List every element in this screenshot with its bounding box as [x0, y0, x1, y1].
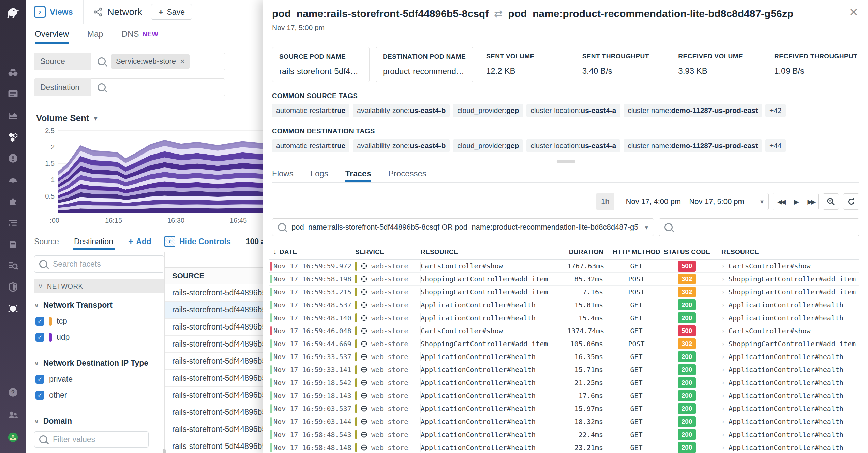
checkbox-checked-icon[interactable]: ✓: [35, 333, 44, 342]
facet-group-network[interactable]: ∨ NETWORK: [34, 279, 164, 293]
facet-section-title[interactable]: ∨Network Transport: [34, 301, 164, 310]
close-icon[interactable]: ×: [847, 4, 860, 20]
trace-row[interactable]: Nov 17 16:59:59.972web-storeCartsControl…: [269, 260, 859, 273]
tag-pill[interactable]: cloud_provider:gcp: [453, 104, 523, 117]
trace-row[interactable]: Nov 17 16:59:48.537web-storeApplicationC…: [269, 298, 859, 311]
trace-resource-link[interactable]: ›ApplicationController#health: [712, 405, 859, 413]
source-table-row[interactable]: rails-storefront-5df44896b5-c4r: [165, 370, 263, 387]
trace-resource-link[interactable]: ›CartsController#show: [712, 327, 859, 335]
source-column-header[interactable]: SOURCE: [165, 268, 263, 284]
col-http-method[interactable]: HTTP METHOD: [611, 248, 662, 256]
facet-section-title[interactable]: ∨Domain: [34, 417, 164, 426]
skip-back-button[interactable]: ◀◀: [773, 193, 788, 210]
source-table-row[interactable]: rails-storefront-5df44896b5-5dl: [165, 421, 263, 438]
tag-pill[interactable]: availability-zone:us-east4-b: [353, 139, 450, 152]
time-range-picker[interactable]: 1h Nov 17, 4:00 pm – Nov 17, 5:00 pm ▾: [596, 193, 769, 210]
volume-sent-chart[interactable]: 0.511.522.5:0016:1516:3016:45: [34, 128, 263, 228]
destination-filter-input[interactable]: [91, 78, 225, 96]
trace-resource-link[interactable]: ›ApplicationController#health: [712, 443, 859, 452]
panel-tab-flows[interactable]: Flows: [272, 165, 294, 182]
tag-pill[interactable]: automatic-restart:true: [272, 104, 349, 117]
refresh-button[interactable]: [843, 193, 859, 210]
trace-resource-link[interactable]: ›ApplicationController#health: [712, 314, 859, 322]
notebooks-icon[interactable]: [6, 237, 20, 251]
tab-overview[interactable]: Overview: [35, 24, 69, 44]
volume-chart-title[interactable]: Volume Sent ▾: [36, 113, 263, 123]
facet-search-input[interactable]: [52, 259, 142, 269]
facet-section-title[interactable]: ∨Network Destination IP Type: [34, 359, 164, 368]
trace-row[interactable]: Nov 17 16:59:33.141web-storeApplicationC…: [269, 363, 859, 376]
trace-resource-link[interactable]: ›ApplicationController#health: [712, 366, 859, 374]
more-tags-pill[interactable]: +44: [765, 139, 786, 152]
trace-row[interactable]: Nov 17 16:59:53.215web-storeShoppingCart…: [269, 286, 859, 298]
tag-pill[interactable]: availability-zone:us-east4-b: [353, 104, 450, 117]
source-table-row[interactable]: rails-storefront-5df44896b5-77x: [165, 336, 263, 353]
trace-row[interactable]: Nov 17 16:59:48.140web-storeApplicationC…: [269, 311, 859, 324]
facet-filter-box[interactable]: [34, 431, 149, 448]
facet-scrollbar[interactable]: [163, 449, 166, 453]
source-table-row[interactable]: rails-storefront-5df44896b5-cdf: [165, 438, 263, 453]
facet-option[interactable]: ✓udp: [35, 333, 164, 342]
tab-dns[interactable]: DNSNEW: [122, 24, 158, 44]
trace-resource-link[interactable]: ›ApplicationController#health: [712, 379, 859, 387]
trace-resource-link[interactable]: ›ApplicationController#health: [712, 430, 859, 439]
facet-option[interactable]: ✓private: [35, 375, 164, 384]
trace-freetext-search[interactable]: [659, 218, 859, 236]
source-filter-input[interactable]: Service:web-store ×: [91, 53, 225, 70]
views-button[interactable]: › Views: [34, 6, 73, 18]
datadog-logo[interactable]: [0, 0, 26, 25]
watchdog-icon[interactable]: [6, 65, 20, 79]
apm-icon[interactable]: [6, 173, 20, 187]
trace-resource-link[interactable]: ›ApplicationController#health: [712, 418, 859, 426]
facet-search-box[interactable]: [34, 255, 164, 273]
add-facet-button[interactable]: + Add: [128, 236, 151, 247]
infrastructure-icon[interactable]: [6, 130, 20, 144]
install-icon[interactable]: [6, 430, 20, 444]
col-resource-2[interactable]: RESOURCE: [712, 248, 859, 256]
source-table-row[interactable]: rails-storefront-5df44896b5-8cs: [165, 302, 263, 319]
network-icon[interactable]: [6, 302, 20, 316]
trace-row[interactable]: Nov 17 16:59:46.048web-storeCartsControl…: [269, 324, 859, 337]
trace-resource-link[interactable]: ›ApplicationController#health: [712, 392, 859, 400]
security-icon[interactable]: [6, 280, 20, 294]
col-duration[interactable]: DURATION: [567, 248, 611, 256]
source-table-row[interactable]: rails-storefront-5df44896b5-xx4: [165, 387, 263, 404]
source-table-row[interactable]: rails-storefront-5df44896b5-hrs: [165, 404, 263, 421]
trace-resource-link[interactable]: ›ShoppingCartController#add_item: [712, 288, 859, 296]
trace-row[interactable]: Nov 17 16:59:03.144web-storeApplicationC…: [269, 415, 859, 428]
tag-pill[interactable]: automatic-restart:true: [272, 139, 349, 152]
checkbox-checked-icon[interactable]: ✓: [35, 375, 44, 384]
checkbox-checked-icon[interactable]: ✓: [35, 391, 44, 400]
trace-row[interactable]: Nov 17 16:59:33.537web-storeApplicationC…: [269, 350, 859, 363]
more-tags-pill[interactable]: +42: [765, 104, 786, 117]
trace-resource-link[interactable]: ›CartsController#show: [712, 262, 859, 270]
integrations-icon[interactable]: [6, 194, 20, 208]
help-icon[interactable]: ?: [6, 385, 20, 399]
source-table-row[interactable]: rails-storefront-5df44896b5-v27: [165, 284, 263, 302]
checkbox-checked-icon[interactable]: ✓: [35, 317, 44, 326]
col-status-code[interactable]: STATUS CODE: [662, 248, 712, 256]
tag-pill[interactable]: cluster-location:us-east4-a: [526, 139, 620, 152]
trace-resource-link[interactable]: ›ShoppingCartController#add_item: [712, 340, 859, 348]
facet-tab-source[interactable]: Source: [34, 233, 59, 250]
col-resource[interactable]: RESOURCE: [421, 248, 567, 256]
skip-forward-button[interactable]: ▶▶: [803, 193, 818, 210]
trace-row[interactable]: Nov 17 16:59:18.143web-storeApplicationC…: [269, 389, 859, 402]
panel-tab-traces[interactable]: Traces: [345, 165, 371, 182]
source-table-row[interactable]: rails-storefront-5df44896b5-bp: [165, 319, 263, 336]
facet-filter-input[interactable]: [52, 435, 135, 444]
tag-pill[interactable]: cloud_provider:gcp: [453, 139, 523, 152]
drag-handle[interactable]: [557, 160, 575, 163]
remove-token-icon[interactable]: ×: [180, 57, 185, 66]
trace-row[interactable]: Nov 17 16:58:48.148web-storeApplicationC…: [269, 441, 859, 453]
panel-tab-processes[interactable]: Processes: [388, 165, 426, 182]
trace-row[interactable]: Nov 17 16:59:58.198web-storeShoppingCart…: [269, 273, 859, 286]
source-table-row[interactable]: rails-storefront-5df44896b5-tgx: [165, 353, 263, 370]
tag-pill[interactable]: cluster-location:us-east4-a: [526, 104, 620, 117]
trace-resource-link[interactable]: ›ApplicationController#health: [712, 353, 859, 361]
facet-option[interactable]: ✓tcp: [35, 317, 164, 326]
monitors-icon[interactable]: [6, 151, 20, 165]
play-button[interactable]: ▶: [788, 193, 803, 210]
trace-query-box[interactable]: pod_name:rails-storefront-5df44896b5-8cs…: [272, 218, 654, 236]
panel-tab-logs[interactable]: Logs: [311, 165, 328, 182]
